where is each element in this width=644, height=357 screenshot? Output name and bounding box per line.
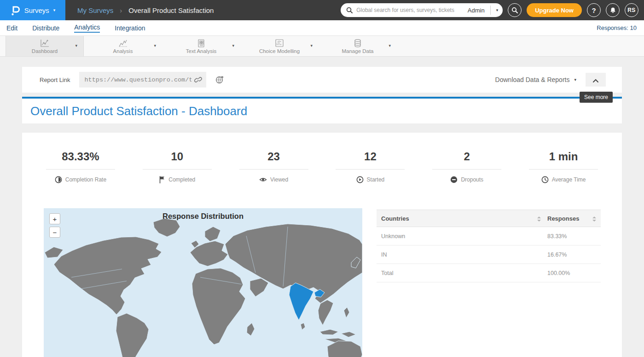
header-actions: Global search for users, surveys, ticket… (341, 3, 644, 17)
page-title: Overall Product Satisfaction - Dashboard (30, 104, 247, 118)
responses-cell: 83.33% (541, 233, 596, 240)
help-button[interactable]: ? (587, 3, 601, 17)
play-icon (356, 176, 364, 183)
completion-rate-icon (55, 176, 62, 183)
toolbar-label-choice-modelling: Choice Modelling (259, 48, 300, 54)
report-link-label: Report Link (40, 76, 70, 83)
survey-section-nav: Edit Distribute Analytics Integration Re… (0, 20, 644, 36)
stat-label: Viewed (270, 176, 288, 183)
surveys-product-menu[interactable]: Surveys ▾ (0, 0, 65, 20)
database-icon (353, 39, 362, 48)
analysis-chart-icon (118, 39, 128, 48)
chevron-down-icon[interactable]: ▾ (232, 43, 234, 48)
download-menu-label: Download Data & Reports (495, 76, 570, 83)
top-header-bar: Surveys ▾ My Surveys › Overall Product S… (0, 0, 644, 20)
country-cell: Unknown (381, 233, 541, 240)
nav-tab-analytics[interactable]: Analytics (74, 23, 100, 33)
stat-divider (143, 169, 212, 170)
toolbar-label-dashboard: Dashboard (32, 48, 58, 54)
toolbar-item-manage-data[interactable]: Manage Data ▾ (319, 36, 397, 56)
search-button[interactable] (508, 3, 522, 17)
response-distribution-map[interactable]: Response Distribution + − (44, 208, 362, 357)
nav-tab-edit[interactable]: Edit (6, 24, 17, 32)
stat-divider (529, 169, 598, 170)
world-map[interactable] (44, 208, 362, 357)
chevron-up-icon (592, 77, 599, 82)
responses-count: Responses: 10 (597, 24, 637, 31)
chevron-down-icon[interactable]: ▾ (310, 43, 313, 48)
choice-modelling-icon (274, 39, 284, 48)
report-url-field[interactable]: https://www.questionpro.com/t/PHBt (79, 72, 206, 88)
map-zoom-out-button[interactable]: − (49, 227, 60, 238)
stat-divider (239, 169, 308, 170)
dashboard-chart-icon (40, 39, 50, 48)
stat-value: 83.33% (32, 150, 129, 163)
toolbar-item-analysis[interactable]: Analysis ▾ (84, 36, 162, 56)
map-title: Response Distribution (44, 212, 362, 221)
stat-label: Dropouts (461, 176, 483, 183)
stat-value: 2 (418, 150, 515, 163)
stat-dropouts: 2 Dropouts (418, 150, 515, 183)
search-scope-chevron-icon[interactable]: ▾ (496, 8, 499, 12)
notifications-button[interactable] (606, 3, 620, 17)
stat-average-time: 1 min Average Time (515, 150, 612, 183)
chevron-down-icon: ▾ (53, 8, 56, 12)
map-zoom-in-button[interactable]: + (49, 213, 60, 224)
stat-label: Started (367, 176, 385, 183)
clock-icon (541, 176, 549, 183)
countries-column-header[interactable]: Countries (381, 215, 409, 222)
stat-divider (46, 169, 115, 170)
table-row: Total 100.00% (377, 264, 601, 282)
nav-tab-distribute[interactable]: Distribute (32, 24, 59, 32)
nav-tab-integration[interactable]: Integration (115, 24, 145, 32)
global-search-input[interactable]: Global search for users, surveys, ticket… (341, 3, 503, 17)
chevron-down-icon[interactable]: ▾ (75, 43, 77, 48)
sort-icon[interactable] (592, 216, 596, 221)
stat-label: Average Time (552, 176, 586, 183)
search-scope-label[interactable]: Admin (468, 7, 485, 14)
search-scope-divider (490, 6, 491, 15)
responses-column-header[interactable]: Responses (547, 215, 579, 222)
stat-divider (432, 169, 501, 170)
dashboard-title-card: Overall Product Satisfaction - Dashboard (22, 97, 622, 123)
stat-value: 23 (226, 150, 322, 163)
bell-icon (609, 7, 616, 14)
questionpro-logo (10, 5, 20, 16)
country-cell: Total (381, 270, 541, 276)
see-more-tooltip: See more (580, 92, 613, 103)
stat-label: Completion Rate (65, 176, 106, 183)
breadcrumb-separator-icon: › (120, 6, 122, 14)
responses-cell: 16.67% (541, 252, 596, 258)
dashboard-content-card: 83.33% Completion Rate 10 Completed 23 (22, 133, 622, 357)
toolbar-label-text-analysis: Text Analysis (186, 48, 216, 54)
chevron-down-icon[interactable]: ▾ (154, 43, 156, 48)
download-data-reports-menu[interactable]: Download Data & Reports ▾ (495, 76, 576, 83)
flag-icon (159, 176, 165, 183)
search-placeholder: Global search for users, surveys, ticket… (356, 7, 464, 13)
text-analysis-icon (197, 39, 205, 48)
toolbar-item-text-analysis[interactable]: Text Analysis ▾ (162, 36, 240, 56)
minus-circle-icon (450, 176, 458, 183)
globe-icon[interactable] (215, 76, 224, 84)
stat-completed: 10 Completed (129, 150, 226, 183)
chevron-down-icon[interactable]: ▾ (389, 43, 391, 48)
user-avatar[interactable]: RS (625, 3, 638, 17)
table-row: Unknown 83.33% (377, 227, 601, 246)
report-link-bar: Report Link https://www.questionpro.com/… (22, 67, 622, 93)
toolbar-item-dashboard[interactable]: Dashboard ▾ (6, 36, 84, 56)
sort-icon[interactable] (537, 216, 541, 221)
analytics-toolbar: Dashboard ▾ Analysis ▾ Text Analysis ▾ C… (0, 36, 644, 57)
countries-table: Countries Responses Unknown 83.33% IN 16… (377, 210, 601, 282)
link-icon[interactable] (194, 76, 202, 83)
toolbar-item-choice-modelling[interactable]: Choice Modelling ▾ (240, 36, 319, 56)
eye-icon (259, 176, 267, 183)
collapse-toggle-button[interactable] (586, 73, 606, 87)
chevron-down-icon: ▾ (574, 78, 576, 82)
stat-viewed: 23 Viewed (226, 150, 322, 183)
stat-divider (336, 169, 405, 170)
breadcrumb-my-surveys[interactable]: My Surveys (77, 6, 113, 14)
stat-value: 10 (129, 150, 226, 163)
report-url-value: https://www.questionpro.com/t/PHBt (84, 76, 191, 83)
survey-stats-row: 83.33% Completion Rate 10 Completed 23 (32, 150, 612, 183)
upgrade-now-button[interactable]: Upgrade Now (527, 3, 582, 17)
